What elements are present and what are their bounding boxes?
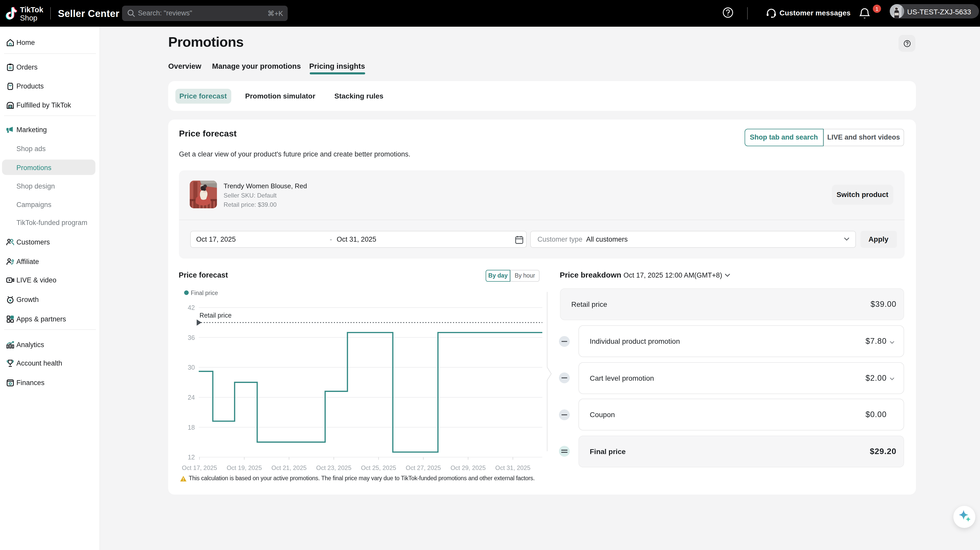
svg-text:30: 30 — [188, 364, 195, 371]
svg-text:Oct 23, 2025: Oct 23, 2025 — [316, 464, 351, 471]
svg-text:Oct 29, 2025: Oct 29, 2025 — [450, 464, 486, 471]
svg-text:42: 42 — [188, 304, 195, 311]
svg-text:24: 24 — [188, 394, 195, 401]
svg-text:Oct 21, 2025: Oct 21, 2025 — [271, 464, 306, 471]
svg-text:Final price: Final price — [191, 290, 218, 296]
svg-text:Oct 25, 2025: Oct 25, 2025 — [361, 464, 396, 471]
svg-text:36: 36 — [188, 334, 195, 341]
svg-text:Oct 27, 2025: Oct 27, 2025 — [406, 464, 441, 471]
svg-text:Retail price: Retail price — [199, 312, 232, 319]
svg-text:12: 12 — [188, 454, 195, 461]
svg-text:18: 18 — [188, 424, 195, 431]
svg-text:Oct 19, 2025: Oct 19, 2025 — [227, 464, 262, 471]
svg-text:Oct 17, 2025: Oct 17, 2025 — [182, 464, 217, 471]
svg-text:Oct 31, 2025: Oct 31, 2025 — [495, 464, 530, 471]
